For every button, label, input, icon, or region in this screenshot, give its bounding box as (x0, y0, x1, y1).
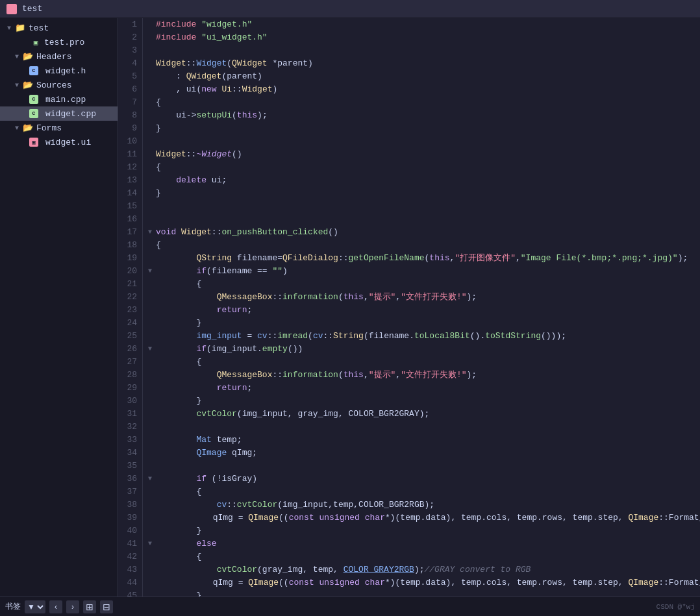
code-line-1: #include "widget.h" (148, 18, 695, 31)
sidebar-item-label: Forms (36, 123, 62, 133)
sidebar-item-sources[interactable]: ▼ 📂 Sources (0, 78, 118, 92)
code-line-26: ▼ if(img_input.empty()) (148, 343, 695, 356)
line-15: 15 (118, 200, 137, 213)
main-layout: ▼ 📁 test ▣ test.pro ▼ 📂 Headers c widget… (0, 18, 700, 597)
code-content[interactable]: #include "widget.h" #include "ui_widget.… (143, 18, 700, 597)
line-8: 8 (118, 109, 137, 122)
code-line-41: ▼ else (148, 537, 695, 550)
sidebar-item-widget-h[interactable]: c widget.h (0, 64, 118, 78)
code-line-5: : QWidget(parent) (148, 70, 695, 83)
line-1: 1 (118, 18, 137, 31)
code-line-7: { (148, 96, 695, 109)
h-file-icon: c (29, 66, 39, 76)
title-bar: test (0, 0, 700, 18)
code-line-6: , ui(new Ui::Widget) (148, 83, 695, 96)
line-18: 18 (118, 239, 137, 252)
line-29: 29 (118, 382, 137, 395)
line-41: 41 (118, 537, 137, 550)
code-line-42: { (148, 550, 695, 563)
folder-icon: 📂 (23, 51, 33, 62)
line-24: 24 (118, 317, 137, 330)
bookmark-dropdown[interactable]: ▼ (25, 600, 45, 613)
line-44: 44 (118, 576, 137, 589)
code-line-2: #include "ui_widget.h" (148, 31, 695, 44)
line-9: 9 (118, 122, 137, 135)
code-line-39: qImg = QImage((const unsigned char*)(tem… (148, 511, 695, 524)
line-numbers: 1 2 3 4 5 6 7 8 9 10 11 12 13 14 15 16 1… (118, 18, 143, 597)
line-37: 37 (118, 486, 137, 499)
code-line-9: } (148, 122, 695, 135)
code-line-32 (148, 421, 695, 434)
folder-icon: 📂 (23, 80, 33, 90)
sidebar-item-label: widget.ui (45, 138, 91, 147)
code-line-21: { (148, 278, 695, 291)
line-22: 22 (118, 291, 137, 304)
pro-file-icon: ▣ (31, 37, 41, 47)
line-32: 32 (118, 421, 137, 434)
chevron-down-icon: ▼ (13, 53, 21, 60)
code-line-8: ui->setupUi(this); (148, 109, 695, 122)
code-line-23: return; (148, 304, 695, 317)
code-line-25: img_input = cv::imread(cv::String(filena… (148, 330, 695, 343)
sidebar: ▼ 📁 test ▣ test.pro ▼ 📂 Headers c widget… (0, 18, 118, 597)
nav-forward-button[interactable]: › (66, 600, 79, 613)
sidebar-item-label: Sources (36, 80, 72, 90)
editor: 1 2 3 4 5 6 7 8 9 10 11 12 13 14 15 16 1… (118, 18, 700, 597)
code-line-17: ▼ void Widget::on_pushButton_clicked() (148, 226, 695, 239)
chevron-down-icon: ▼ (13, 81, 21, 89)
code-line-16 (148, 213, 695, 226)
line-3: 3 (118, 44, 137, 57)
bookmark-label: 书签 (5, 601, 21, 612)
line-20: 20 (118, 265, 137, 278)
sidebar-item-widget-ui[interactable]: ▣ widget.ui (0, 135, 118, 149)
line-27: 27 (118, 356, 137, 369)
spacer (21, 38, 29, 46)
code-line-40: } (148, 524, 695, 537)
sidebar-item-widget-cpp[interactable]: c widget.cpp (0, 106, 118, 121)
line-31: 31 (118, 408, 137, 421)
sidebar-item-label: Headers (36, 52, 72, 62)
sidebar-item-forms[interactable]: ▼ 📂 Forms (0, 121, 118, 135)
line-43: 43 (118, 563, 137, 576)
code-line-22: QMessageBox::information(this,"提示","文件打开… (148, 291, 695, 304)
code-line-13: delete ui; (148, 174, 695, 187)
nav-back-button[interactable]: ‹ (49, 600, 62, 613)
code-line-35 (148, 460, 695, 473)
line-45: 45 (118, 589, 137, 597)
cpp-file-icon: c (29, 108, 39, 119)
folder-icon: 📂 (23, 123, 33, 133)
code-line-18: { (148, 239, 695, 252)
sidebar-item-main-cpp[interactable]: c main.cpp (0, 92, 118, 106)
code-line-27: { (148, 356, 695, 369)
code-line-24: } (148, 317, 695, 330)
bottom-bar: 书签 ▼ ‹ › ⊞ ⊟ CSDN @*wj (0, 597, 700, 616)
code-line-33: Mat temp; (148, 434, 695, 447)
cpp-file-icon: c (29, 94, 39, 105)
code-line-37: { (148, 486, 695, 499)
line-2: 2 (118, 31, 137, 44)
line-25: 25 (118, 330, 137, 343)
code-line-34: QImage qImg; (148, 447, 695, 460)
line-17: 17 (118, 226, 137, 239)
line-10: 10 (118, 135, 137, 148)
sidebar-item-label: test (29, 23, 49, 33)
sidebar-item-label: main.cpp (45, 95, 86, 105)
code-line-12: { (148, 161, 695, 174)
line-35: 35 (118, 460, 137, 473)
add-bookmark-button[interactable]: ⊞ (83, 600, 96, 613)
sidebar-item-label: widget.h (45, 66, 86, 76)
line-16: 16 (118, 213, 137, 226)
line-21: 21 (118, 278, 137, 291)
remove-bookmark-button[interactable]: ⊟ (100, 600, 113, 613)
sidebar-item-project-root[interactable]: ▼ 📁 test (0, 21, 118, 35)
line-4: 4 (118, 57, 137, 70)
line-11: 11 (118, 148, 137, 161)
project-folder-icon: 📁 (15, 23, 25, 33)
sidebar-item-test-pro[interactable]: ▣ test.pro (0, 35, 118, 49)
sidebar-item-headers[interactable]: ▼ 📂 Headers (0, 49, 118, 64)
code-line-19: QString filename=QFileDialog::getOpenFil… (148, 252, 695, 265)
code-line-4: Widget::Widget(QWidget *parent) (148, 57, 695, 70)
code-line-14: } (148, 187, 695, 200)
watermark: CSDN @*wj (656, 603, 695, 611)
line-14: 14 (118, 187, 137, 200)
